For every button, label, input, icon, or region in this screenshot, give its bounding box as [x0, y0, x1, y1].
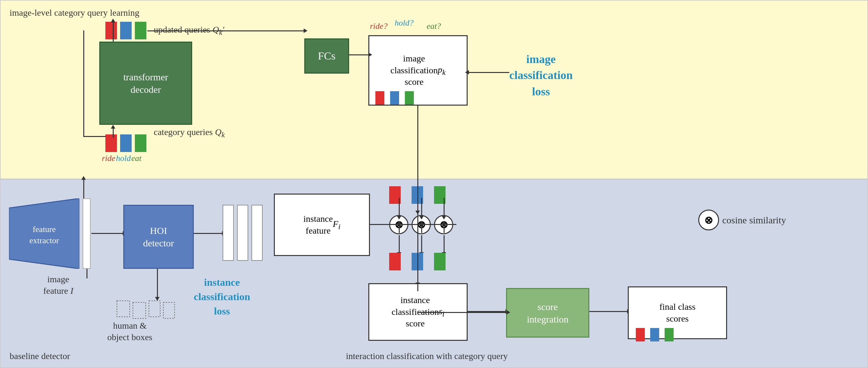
arrow-bar-down	[87, 269, 88, 278]
bottom-right-label: interaction classification with category…	[346, 350, 508, 362]
instance-feature-box: instancefeature Fi	[274, 194, 370, 256]
svg-rect-5	[149, 301, 160, 317]
top-section-label: image-level category query learning	[10, 7, 139, 19]
arrow-left-loop-down	[83, 30, 84, 136]
arrow-cross2-down	[421, 235, 422, 253]
updated-sq-green	[135, 22, 146, 39]
svg-rect-4	[133, 302, 146, 319]
score-sq-green	[405, 91, 414, 105]
score-sq-red	[375, 91, 384, 105]
svg-rect-3	[117, 301, 130, 317]
inst-rect-2	[237, 205, 248, 261]
hold-q-label: hold?	[395, 18, 413, 29]
arr-up-to-cross3	[444, 224, 444, 233]
ride-label: ride	[102, 153, 115, 164]
arrow-left-loop-bottom	[83, 136, 106, 137]
inst-rect-3	[251, 205, 262, 261]
arrow-top-score-down	[417, 106, 418, 291]
arrow-cross3-down	[444, 235, 444, 253]
arrow-hoi-to-rects	[194, 233, 223, 234]
image-feature-label: imagefeature I	[43, 274, 73, 297]
arrow-cross1-down	[399, 235, 400, 253]
cosine-legend-circle: ⊗	[698, 210, 719, 230]
human-object-boxes-label: human &object boxes	[107, 320, 152, 343]
arrow-integration-to-final	[589, 311, 628, 312]
transformer-decoder-box: transformerdecoder	[99, 42, 192, 125]
mid-sq-green	[434, 253, 445, 270]
feature-extractor-svg: feature extractor	[9, 198, 80, 269]
fcs-box: FCs	[304, 38, 349, 74]
category-queries-label: category queries Qk	[154, 126, 225, 139]
eat-q-label: eat?	[427, 21, 441, 32]
hold-label: hold	[116, 153, 131, 164]
arrow-to-fcs	[147, 30, 304, 31]
bottom-left-label: baseline detector	[10, 350, 70, 362]
diagram-container: { "title": "HOI Detection Architecture D…	[0, 0, 868, 368]
hoi-detector-box: HOIdetector	[123, 205, 194, 269]
arrow-decoder-to-sq	[113, 22, 114, 42]
arrow-loss-to-score	[468, 72, 509, 73]
final-sq-blue	[650, 328, 659, 341]
svg-rect-6	[163, 302, 175, 319]
cosine-similarity-label: cosine similarity	[722, 214, 786, 226]
arrow-hoi-to-boxes	[157, 269, 158, 298]
input-sq-green	[135, 134, 146, 152]
arrow-rects-to-cross3	[444, 198, 444, 216]
arrow-sq-to-decoder	[113, 128, 114, 138]
score-integration-box: scoreintegration	[506, 288, 589, 338]
inst-rect-1	[223, 205, 234, 261]
mid-sq-red	[389, 253, 401, 270]
arr-up-to-cross2	[421, 224, 422, 233]
arrow-rects-to-cross1	[399, 198, 400, 216]
image-classification-loss-label: imageclassificationloss	[509, 51, 573, 100]
arr-up-to-cross1	[399, 224, 400, 233]
arrow-top-score-to-integration	[417, 312, 507, 313]
svg-text:extractor: extractor	[29, 236, 59, 245]
score-sq-blue	[390, 91, 399, 105]
arrow-feat-to-hoi	[91, 233, 123, 234]
updated-sq-red	[105, 22, 117, 39]
arrow-fcs-to-score	[349, 55, 369, 55]
ride-q-label: ride?	[370, 21, 388, 32]
input-sq-blue	[120, 134, 132, 152]
tall-bar	[83, 198, 91, 269]
input-sq-red	[105, 134, 117, 152]
updated-sq-blue	[120, 22, 132, 39]
final-sq-green	[664, 328, 674, 341]
instance-classification-loss-label: instanceclassificationloss	[194, 275, 250, 318]
arrow-rects-to-cross2	[421, 198, 422, 216]
final-sq-red	[636, 328, 645, 341]
svg-text:feature: feature	[33, 225, 56, 234]
eat-label: eat	[131, 153, 142, 164]
